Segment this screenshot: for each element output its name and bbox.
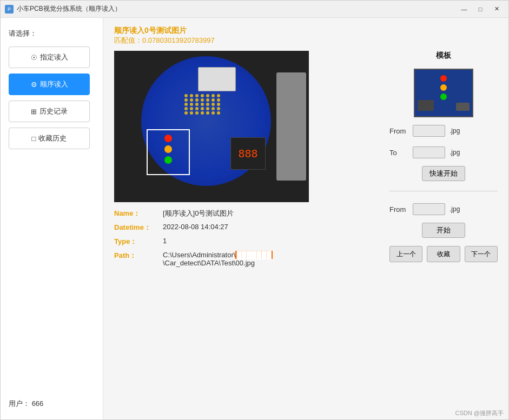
pcb-chip-white [198,67,236,91]
app-icon: P [5,5,14,14]
main-image: 888 [114,51,309,202]
watermark: CSDN @撞胖高手 [455,409,504,417]
close-button[interactable]: ✕ [489,4,504,15]
start-button[interactable]: 开始 [422,223,465,238]
name-value: [顺序读入]0号测试图片 [163,209,379,218]
from-input-2[interactable] [413,203,445,215]
from-row-2: From .jpg [389,203,498,215]
window-controls: — □ ✕ [457,4,504,15]
to-row: To .jpg [389,146,498,158]
path-prefix: C:\Users\Administrator\ [163,251,235,259]
to-ext: .jpg [449,149,460,156]
quick-start-container: 快速开始 [389,166,498,181]
detection-box [147,129,190,175]
tmpl-light-red [440,75,447,82]
content-area: 顺序读入0号测试图片 匹配值：0.07803013920783997 [103,18,508,419]
from-row-1: From .jpg [389,125,498,137]
content-body: 888 [114,51,498,411]
path-suffix: \Car_detect\DATA\Test\00.jpg [163,259,255,267]
sidebar-item-history[interactable]: ⊞ 历史记录 [9,101,90,122]
info-section: Name： [顺序读入]0号测试图片 Datetime： 2022-08-08 … [114,209,379,267]
datetime-label: Datetime： [114,223,163,232]
type-value: 1 [163,237,379,245]
sidebar-item-favorites[interactable]: □ 收藏历史 [9,128,90,149]
light-green [164,156,172,164]
from-ext-1: .jpg [449,127,460,135]
sequence-label: 顺序读入 [40,79,68,89]
titlebar: P 小车PCB视觉分拣系统（顺序读入） — □ ✕ [1,1,508,18]
sidebar-item-sequence[interactable]: ⚙ 顺序读入 [9,74,90,95]
minimize-button[interactable]: — [457,4,472,15]
sequence-icon: ⚙ [31,81,37,89]
right-panel: 模板 [389,51,498,411]
traffic-lights [164,135,172,164]
from-label-2: From [389,205,408,214]
assign-label: 指定读入 [40,52,68,62]
light-red [164,135,172,142]
sidebar: 请选择： ☉ 指定读入 ⚙ 顺序读入 ⊞ 历史记录 □ 收藏历史 用户： 666 [1,18,103,419]
next-button[interactable]: 下一个 [465,246,498,262]
template-pcb [415,70,472,116]
prev-button[interactable]: 上一个 [389,246,422,262]
app-window: P 小车PCB视觉分拣系统（顺序读入） — □ ✕ 请选择： ☉ 指定读入 ⚙ … [0,0,509,420]
sidebar-prompt: 请选择： [9,29,95,38]
template-title: 模板 [389,51,498,61]
tmpl-light-green [440,94,447,100]
type-label: Type： [114,237,163,246]
light-yellow [164,145,172,153]
led-matrix [184,94,221,115]
pcb-connector [276,72,306,181]
content-header: 顺序读入0号测试图片 匹配值：0.07803013920783997 [114,26,498,45]
from-input-1[interactable] [413,125,445,137]
main-layout: 请选择： ☉ 指定读入 ⚙ 顺序读入 ⊞ 历史记录 □ 收藏历史 用户： 666 [1,18,508,419]
bottom-navigation: 上一个 收藏 下一个 [389,246,498,262]
path-redacted: ███████ [235,251,272,259]
datetime-value: 2022-08-08 14:04:27 [163,223,379,231]
assign-icon: ☉ [31,54,37,62]
history-label: 历史记录 [39,106,68,116]
maximize-button[interactable]: □ [473,4,488,15]
match-value: 匹配值：0.07803013920783997 [114,36,498,45]
user-info: 用户： 666 [9,399,95,409]
tmpl-light-yellow [440,84,447,91]
from-ext-2: .jpg [449,205,460,213]
from-label-1: From [389,127,408,135]
titlebar-title: 小车PCB视觉分拣系统（顺序读入） [17,4,457,14]
favorites-icon: □ [32,135,36,143]
image-title: 顺序读入0号测试图片 [114,26,498,36]
tmpl-chip2 [456,103,470,111]
path-value: C:\Users\Administrator\███████ \Car_dete… [163,251,379,267]
name-label: Name： [114,209,163,218]
image-area: 888 [114,51,379,411]
path-label: Path： [114,251,163,261]
start-container: 开始 [389,223,498,238]
favorites-label: 收藏历史 [38,134,67,143]
sidebar-item-assign[interactable]: ☉ 指定读入 [9,46,90,68]
to-label: To [389,149,408,157]
template-thumbnail [414,69,473,117]
seven-segment-display: 888 [230,137,266,170]
tmpl-chip1 [418,100,434,111]
quick-start-button[interactable]: 快速开始 [422,166,465,181]
fav-button[interactable]: 收藏 [427,246,460,262]
history-icon: ⊞ [31,108,37,116]
user-label: 用户： [9,399,30,408]
to-input[interactable] [413,146,445,158]
template-lights [440,75,447,100]
user-value: 666 [32,399,44,408]
divider [389,191,498,191]
